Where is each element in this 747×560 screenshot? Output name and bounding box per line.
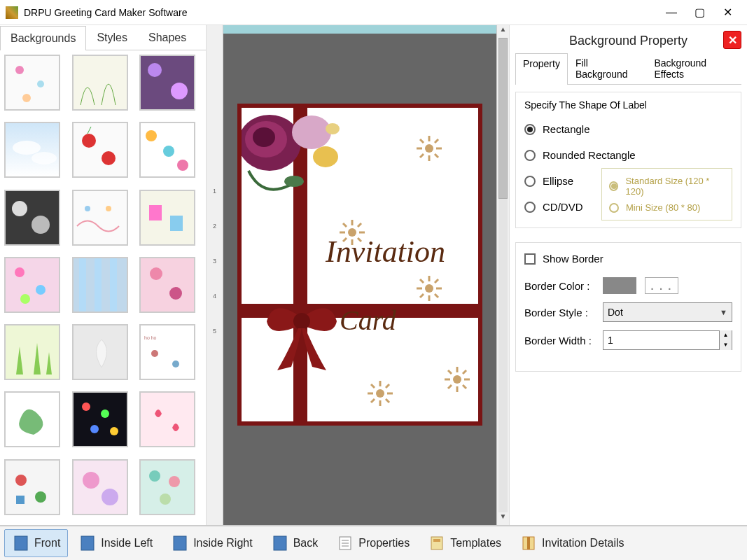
radio-cddvd[interactable]: CD/DVD	[524, 194, 601, 220]
canvas-scrollbar[interactable]: ▲ ▼	[496, 25, 509, 525]
tab-styles[interactable]: Styles	[86, 25, 138, 50]
tab-property[interactable]: Property	[515, 53, 568, 85]
star-icon	[417, 276, 442, 301]
page-icon	[78, 534, 97, 552]
bg-thumb[interactable]	[4, 122, 60, 178]
right-panel-title: Background Property	[569, 34, 687, 48]
radio-standard-size[interactable]: Standard Size (120 * 120)	[609, 173, 725, 200]
svg-rect-95	[81, 536, 94, 550]
border-color-more-button[interactable]: . . .	[645, 277, 678, 294]
bg-thumb[interactable]	[139, 391, 195, 447]
background-thumbnail-grid[interactable]: ho ho	[0, 50, 206, 525]
svg-point-41	[425, 144, 433, 153]
radio-rectangle[interactable]: Rectangle	[524, 116, 732, 142]
bg-thumb[interactable]	[139, 122, 195, 178]
btn-front[interactable]: Front	[4, 529, 68, 557]
radio-rounded-rectangle[interactable]: Rounded Rectangle	[524, 142, 732, 168]
btn-inside-right[interactable]: Inside Right	[163, 529, 260, 557]
svg-point-59	[425, 284, 433, 293]
bg-thumb[interactable]	[139, 190, 195, 246]
svg-point-20	[20, 294, 30, 304]
bg-thumb[interactable]	[139, 55, 195, 111]
checkbox-show-border[interactable]: Show Border	[524, 253, 732, 265]
close-button[interactable]: ✕	[713, 2, 741, 23]
svg-point-25	[169, 287, 182, 300]
svg-line-83	[463, 385, 466, 388]
svg-point-93	[293, 313, 310, 330]
svg-point-18	[15, 267, 25, 277]
tab-shapes[interactable]: Shapes	[138, 25, 197, 50]
page-icon	[12, 534, 30, 552]
btn-invitation-details[interactable]: Invitation Details	[512, 529, 631, 557]
svg-line-64	[420, 279, 424, 283]
bg-thumb[interactable]	[72, 391, 128, 447]
svg-point-13	[32, 216, 50, 234]
svg-point-11	[177, 160, 188, 171]
tab-fill-background[interactable]: Fill Background	[568, 52, 646, 84]
scroll-thumb[interactable]	[498, 38, 508, 199]
page-icon	[171, 534, 189, 552]
svg-point-68	[376, 389, 384, 398]
svg-rect-102	[431, 537, 442, 550]
properties-icon	[336, 534, 354, 552]
svg-rect-16	[149, 205, 162, 220]
star-icon	[417, 136, 442, 161]
btn-templates[interactable]: Templates	[420, 529, 509, 557]
border-width-input[interactable]: 1 ▲ ▼	[603, 330, 732, 350]
svg-point-30	[101, 410, 109, 418]
svg-rect-17	[170, 216, 183, 231]
svg-rect-96	[174, 536, 186, 550]
scroll-down-arrow[interactable]: ▼	[497, 512, 509, 525]
svg-point-89	[292, 115, 331, 149]
svg-point-3	[148, 63, 162, 77]
svg-rect-97	[274, 536, 286, 550]
svg-point-4	[171, 83, 188, 99]
bg-thumb[interactable]: ho ho	[139, 324, 195, 380]
svg-rect-22	[95, 258, 102, 312]
greeting-card[interactable]: Invitation Card	[237, 104, 482, 426]
radio-ellipse[interactable]: Ellipse	[524, 168, 601, 194]
bg-thumb[interactable]	[4, 324, 60, 380]
bg-thumb[interactable]	[72, 459, 128, 515]
bg-thumb[interactable]	[4, 257, 60, 313]
spin-up-button[interactable]: ▲	[720, 330, 732, 340]
minimize-button[interactable]: —	[657, 2, 685, 23]
titlebar: DRPU Greeting Card Maker Software — ▢ ✕	[0, 0, 747, 25]
border-color-swatch[interactable]	[603, 277, 636, 294]
btn-back[interactable]: Back	[263, 529, 326, 557]
bg-thumb[interactable]	[4, 190, 60, 246]
bg-thumb[interactable]	[4, 459, 60, 515]
scroll-up-arrow[interactable]: ▲	[497, 25, 509, 38]
shape-section-label: Specify The Shape Of Label	[524, 99, 732, 111]
radio-mini-size[interactable]: Mini Size (80 * 80)	[609, 200, 725, 216]
right-panel-header: Background Property ✕	[515, 28, 741, 52]
btn-properties[interactable]: Properties	[328, 529, 417, 557]
bg-thumb[interactable]	[139, 257, 195, 313]
spin-down-button[interactable]: ▼	[720, 340, 732, 350]
tab-background-effects[interactable]: Background Effects	[646, 52, 741, 84]
canvas-area: 12345	[207, 25, 509, 525]
chevron-down-icon: ▼	[720, 308, 727, 316]
border-style-select[interactable]: Dot ▼	[603, 302, 732, 322]
panel-close-button[interactable]: ✕	[723, 31, 741, 49]
btn-inside-left[interactable]: Inside Left	[71, 529, 160, 557]
svg-text:ho ho: ho ho	[144, 335, 157, 340]
bg-thumb[interactable]	[139, 459, 195, 515]
svg-line-73	[371, 384, 375, 388]
maximize-button[interactable]: ▢	[685, 2, 713, 23]
svg-point-33	[15, 475, 27, 486]
bg-thumb[interactable]	[72, 55, 128, 111]
radio-icon	[524, 202, 536, 213]
svg-point-7	[82, 134, 96, 148]
bg-thumb[interactable]	[72, 324, 128, 380]
bg-thumb[interactable]	[4, 55, 60, 111]
svg-point-27	[151, 350, 158, 357]
bg-thumb[interactable]	[72, 190, 128, 246]
bg-thumb[interactable]	[4, 391, 60, 447]
svg-line-67	[420, 294, 424, 298]
bg-thumb[interactable]	[72, 257, 128, 313]
svg-point-10	[163, 146, 174, 157]
tab-backgrounds[interactable]: Backgrounds	[0, 26, 86, 50]
canvas-viewport[interactable]: Invitation Card	[223, 25, 496, 525]
bg-thumb[interactable]	[72, 122, 128, 178]
